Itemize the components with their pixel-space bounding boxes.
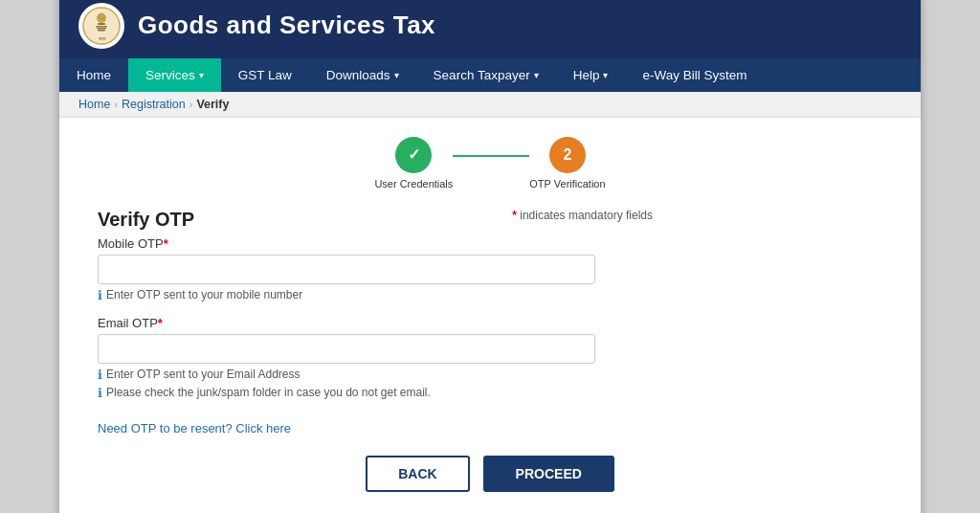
site-title: Goods and Services Tax — [138, 11, 435, 40]
nav-eway-bill[interactable]: e-Way Bill System — [625, 58, 764, 92]
svg-rect-3 — [98, 23, 105, 25]
step-1-circle: ✓ — [395, 137, 432, 173]
mobile-otp-input[interactable] — [98, 255, 595, 284]
mandatory-text: indicates mandatory fields — [520, 209, 653, 222]
main-content: ✓ User Credentials 2 OTP Verification Ve… — [59, 118, 921, 514]
step-user-credentials: ✓ User Credentials — [374, 137, 453, 190]
step-2-label: OTP Verification — [529, 178, 605, 190]
step-1-icon: ✓ — [408, 145, 420, 164]
services-dropdown-arrow: ▾ — [199, 70, 204, 80]
site-header: भारत Goods and Services Tax — [59, 0, 921, 58]
form-title: Verify OTP — [98, 209, 194, 231]
steps-indicator: ✓ User Credentials 2 OTP Verification — [98, 137, 882, 190]
mobile-otp-group: Mobile OTP* ℹ Enter OTP sent to your mob… — [98, 236, 882, 302]
step-1-label: User Credentials — [374, 178, 453, 190]
search-taxpayer-dropdown-arrow: ▾ — [534, 70, 539, 80]
svg-rect-6 — [98, 30, 105, 32]
step-2-circle: 2 — [549, 137, 586, 173]
svg-point-7 — [99, 13, 104, 19]
email-otp-input[interactable] — [98, 334, 595, 364]
resend-otp-link[interactable]: Need OTP to be resent? Click here — [98, 421, 291, 435]
downloads-dropdown-arrow: ▾ — [394, 70, 399, 80]
step-otp-verification: 2 OTP Verification — [529, 137, 605, 190]
navigation-bar: Home Services ▾ GST Law Downloads ▾ Sear… — [59, 58, 921, 92]
nav-help[interactable]: Help ▾ — [556, 58, 626, 92]
step-connector — [453, 155, 529, 157]
nav-home[interactable]: Home — [59, 58, 128, 92]
svg-rect-4 — [96, 26, 107, 28]
email-otp-group: Email OTP* ℹ Enter OTP sent to your Emai… — [98, 316, 882, 400]
breadcrumb-sep-2: › — [189, 99, 193, 110]
email-otp-hint2: ℹ Please check the junk/spam folder in c… — [98, 386, 882, 400]
email-otp-hint1: ℹ Enter OTP sent to your Email Address — [98, 368, 882, 382]
email-hint-icon-2: ℹ — [98, 386, 102, 400]
svg-rect-5 — [97, 28, 106, 30]
form-buttons: BACK PROCEED — [98, 456, 882, 492]
email-hint-icon-1: ℹ — [98, 368, 102, 382]
mandatory-star: * — [512, 209, 517, 222]
nav-search-taxpayer[interactable]: Search Taxpayer ▾ — [416, 58, 556, 92]
mobile-hint-icon: ℹ — [98, 288, 102, 302]
nav-services[interactable]: Services ▾ — [128, 58, 221, 92]
help-dropdown-arrow: ▾ — [603, 70, 608, 80]
svg-text:भारत: भारत — [99, 36, 106, 41]
mobile-otp-label: Mobile OTP* — [98, 236, 882, 251]
step-2-icon: 2 — [564, 146, 572, 164]
breadcrumb-current: Verify — [196, 98, 229, 111]
email-otp-label: Email OTP* — [98, 316, 882, 330]
nav-gst-law[interactable]: GST Law — [221, 58, 309, 92]
breadcrumb-sep-1: › — [114, 99, 118, 110]
logo: भारत — [78, 3, 124, 49]
breadcrumb-registration[interactable]: Registration — [122, 98, 186, 111]
mobile-otp-hint: ℹ Enter OTP sent to your mobile number — [98, 288, 882, 302]
back-button[interactable]: BACK — [366, 456, 469, 492]
breadcrumb-home[interactable]: Home — [78, 98, 110, 111]
proceed-button[interactable]: PROCEED — [483, 456, 614, 492]
nav-downloads[interactable]: Downloads ▾ — [309, 58, 416, 92]
breadcrumb: Home › Registration › Verify — [59, 92, 921, 118]
mandatory-note: * indicates mandatory fields — [512, 209, 653, 222]
